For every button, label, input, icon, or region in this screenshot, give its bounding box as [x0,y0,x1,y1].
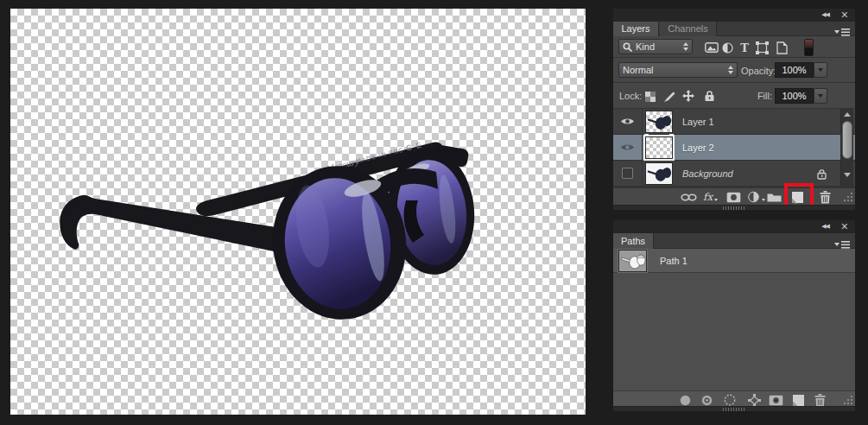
fill-label: Fill: [741,91,772,101]
layer-filter-row: Kind T [613,36,855,58]
path-thumbnail[interactable] [618,250,647,272]
dropdown-spinner-icon [683,42,688,51]
delete-path-icon[interactable] [814,393,826,407]
lock-row: Lock: Fill: 100% [613,83,855,109]
paths-empty-area [613,273,855,390]
layers-toolbar: fx [613,187,855,205]
eye-icon [621,143,634,151]
blend-mode-row: Normal Opacity: 100% [613,58,855,83]
layer-filter-switch[interactable] [804,39,814,56]
fx-dropdown-arrow [714,199,718,201]
paths-panel: ◀◀ × Paths Path 1 [613,220,855,411]
panel-bottom-grip[interactable] [613,406,855,411]
opacity-label: Opacity: [741,66,772,76]
load-path-as-selection-icon[interactable] [724,393,736,407]
tab-layers[interactable]: Layers [613,22,659,36]
lock-transparent-pixels-icon[interactable] [643,89,658,105]
paths-panel-header: ◀◀ × [613,220,855,233]
new-path-icon[interactable] [792,393,805,407]
panel-resize-grip[interactable] [843,393,853,407]
shape-layer-filter-icon[interactable] [754,40,770,55]
path-name[interactable]: Path 1 [660,256,687,266]
paths-tab-bar: Paths [613,233,855,249]
smart-object-filter-icon[interactable] [774,40,789,55]
paths-toolbar [613,390,855,406]
adjustment-dropdown-arrow [762,199,765,201]
layer-row-layer1[interactable]: Layer 1 [613,109,855,135]
layer-row-layer2-selected[interactable]: Layer 2 [613,135,855,161]
layers-panel-header: ◀◀ × [613,9,855,22]
layers-tab-bar: Layers Channels [613,22,855,36]
layer-name[interactable]: Background [682,168,733,179]
scroll-up-button[interactable] [841,109,853,120]
visibility-toggle[interactable] [613,109,643,134]
scroll-down-button[interactable] [841,169,853,181]
panel-resize-grip[interactable] [843,190,853,204]
layer-list: Layer 1 Layer 2 [613,109,855,187]
lock-label: Lock: [619,91,642,101]
fill-dropdown-arrow[interactable] [814,88,827,104]
collapse-panels-icon[interactable]: ◀◀ [821,11,829,18]
hidden-eye-checkbox [622,168,633,179]
tab-paths[interactable]: Paths [613,233,654,249]
link-layers-icon[interactable] [681,190,697,204]
sunglasses-image: Mercury MADE IN PRC C E [10,9,586,415]
opacity-value[interactable]: 100% [775,62,814,78]
visibility-toggle[interactable] [613,135,643,160]
document-canvas[interactable]: Mercury MADE IN PRC C E [10,9,586,415]
fill-path-icon[interactable] [680,393,691,407]
new-adjustment-layer-icon[interactable] [748,190,765,204]
eye-icon [621,117,634,125]
stroke-path-icon[interactable] [701,393,713,407]
blend-mode-value: Normal [623,65,723,75]
layer-name[interactable]: Layer 1 [682,117,714,127]
close-panel-icon[interactable]: × [841,219,848,233]
filter-kind-value: Kind [636,41,678,52]
layer-styles-button[interactable]: fx [703,190,718,204]
layer-thumbnail[interactable] [645,111,673,133]
blend-mode-dropdown[interactable]: Normal [618,62,738,78]
tab-paths-label: Paths [621,236,645,246]
layers-panel: ◀◀ × Layers Channels Kind [613,9,855,210]
opacity-dropdown-arrow[interactable] [814,62,827,78]
delete-layer-icon[interactable] [820,190,831,204]
tab-layers-label: Layers [621,23,649,34]
add-layer-mask-icon[interactable] [726,190,741,204]
adjustment-layer-filter-icon[interactable] [719,40,735,55]
layer-thumbnail[interactable] [645,162,673,185]
type-layer-filter-icon[interactable]: T [737,40,752,55]
close-panel-icon[interactable]: × [841,8,848,22]
path-row-path1[interactable]: Path 1 [613,249,855,273]
layer-name[interactable]: Layer 2 [682,143,714,153]
new-group-icon[interactable] [767,190,782,204]
layer-thumbnail-selected[interactable] [645,136,673,159]
dropdown-spinner-icon [728,66,733,74]
scrollbar-thumb[interactable] [842,121,852,159]
search-icon [623,42,632,52]
collapse-panels-icon[interactable]: ◀◀ [821,223,829,230]
background-lock-icon [817,168,827,183]
lock-position-icon[interactable] [681,88,696,104]
fill-value[interactable]: 100% [775,88,814,104]
filter-kind-dropdown[interactable]: Kind [618,39,693,54]
lock-image-pixels-icon[interactable] [662,89,677,105]
layer-list-scrollbar[interactable] [840,109,853,187]
visibility-toggle-off[interactable] [613,161,643,186]
pixel-layer-filter-icon[interactable] [704,40,719,55]
new-layer-icon[interactable] [791,190,804,204]
panel-bottom-grip[interactable] [613,205,855,210]
lock-all-icon[interactable] [701,88,717,104]
tab-channels[interactable]: Channels [660,22,717,36]
photoshop-workspace: Mercury MADE IN PRC C E [0,0,868,425]
make-work-path-icon[interactable] [748,393,761,407]
layer-row-background[interactable]: Background [613,161,855,187]
add-mask-icon[interactable] [769,393,783,407]
tab-channels-label: Channels [668,23,707,34]
